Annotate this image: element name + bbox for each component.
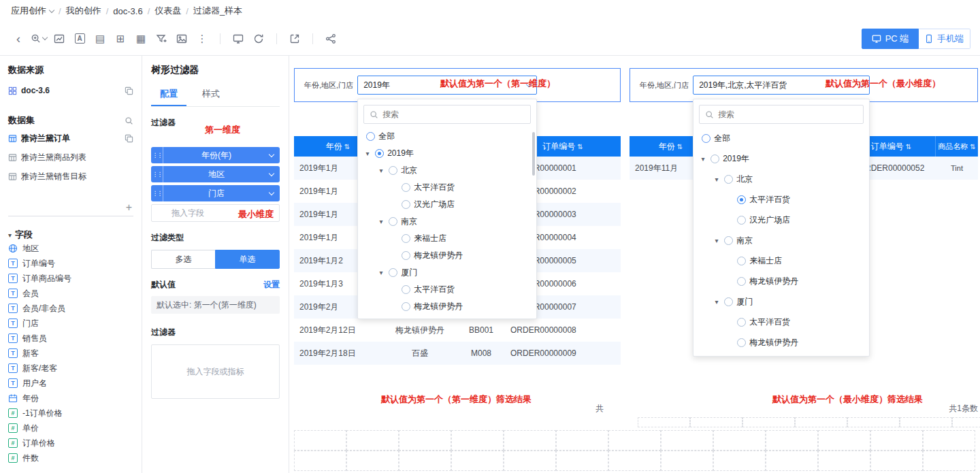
field-item-year[interactable]: 年份 <box>8 391 133 406</box>
field-item[interactable]: T会员 <box>8 286 133 301</box>
field-search-input[interactable] <box>8 203 125 212</box>
dimension-pill-year[interactable]: ⋮⋮ 年份(年) <box>151 147 280 163</box>
field-item[interactable]: T新客/老客 <box>8 361 133 376</box>
radio-icon[interactable] <box>402 234 410 243</box>
add-field-icon[interactable]: + <box>125 201 133 214</box>
breadcrumb-item-my-creations[interactable]: 我的创作 <box>66 5 101 17</box>
radio-icon[interactable] <box>737 338 746 347</box>
tree-search-input[interactable] <box>718 110 858 119</box>
tree-item-nanjing[interactable]: ▾南京 <box>358 213 536 230</box>
tree-item-store[interactable]: 梅龙镇伊势丹 <box>693 271 869 291</box>
dataset-item-targets[interactable]: 雅诗兰黛销售目标 <box>8 169 133 184</box>
caret-down-icon[interactable]: ▾ <box>377 269 385 276</box>
mobile-view-button[interactable]: 手机端 <box>919 29 970 49</box>
tree-item-store[interactable]: 太平洋百货 <box>358 179 536 196</box>
fields-section-header[interactable]: ▾ 字段 <box>8 229 133 241</box>
radio-selected-icon[interactable] <box>375 149 384 158</box>
tree-item-store[interactable]: 梅龙镇伊势丹 <box>358 247 536 264</box>
radio-icon[interactable] <box>737 257 746 265</box>
share-button[interactable] <box>322 30 340 48</box>
tree-item-store-selected[interactable]: 太平洋百货 <box>693 189 869 210</box>
tree-item-beijing[interactable]: ▾北京 <box>693 169 869 189</box>
tree-item-store[interactable]: 来福士店 <box>693 250 869 271</box>
caret-down-icon[interactable]: ▾ <box>363 150 372 157</box>
widget-grid-button[interactable]: ▦ <box>132 30 150 48</box>
column-header-product[interactable]: 商品名称⇅ <box>936 136 978 157</box>
field-drop-zone[interactable]: 拖入字段 最小维度 <box>151 204 280 222</box>
radio-icon[interactable] <box>702 134 710 143</box>
tree-item-beijing[interactable]: ▾北京 <box>358 162 536 179</box>
radio-icon[interactable] <box>402 285 410 294</box>
radio-icon[interactable] <box>402 200 410 209</box>
radio-icon[interactable] <box>389 268 397 277</box>
field-item[interactable]: T会员/非会员 <box>8 301 133 316</box>
field-item[interactable]: T订单编号 <box>8 256 133 271</box>
tab-config[interactable]: 配置 <box>151 83 186 106</box>
tree-item-store[interactable]: 梅龙镇伊势丹 <box>358 298 536 315</box>
tree-item-store[interactable]: 汉光广场店 <box>693 210 869 230</box>
tree-item-2019[interactable]: ▾2019年 <box>693 148 869 169</box>
media-component-button[interactable] <box>173 30 191 48</box>
radio-icon[interactable] <box>737 318 746 327</box>
radio-icon[interactable] <box>724 175 733 184</box>
copy-icon[interactable] <box>125 86 133 95</box>
caret-down-icon[interactable]: ▾ <box>699 155 707 163</box>
export-button[interactable] <box>286 30 304 48</box>
sort-icon[interactable]: ⇅ <box>577 143 583 150</box>
field-item[interactable]: T用户名 <box>8 376 133 391</box>
radio-selected-icon[interactable] <box>737 195 746 204</box>
preview-button[interactable] <box>229 30 247 48</box>
breadcrumb-item-dashboard[interactable]: 仪表盘 <box>154 5 181 17</box>
field-item[interactable]: #-1订单价格 <box>8 406 133 421</box>
set-default-link[interactable]: 设置 <box>263 279 280 291</box>
sort-icon[interactable]: ⇅ <box>677 143 683 150</box>
dataset-item-orders[interactable]: 雅诗兰黛订单 <box>8 131 133 146</box>
tree-item-all[interactable]: 全部 <box>693 128 869 148</box>
radio-icon[interactable] <box>724 297 733 306</box>
radio-icon[interactable] <box>710 154 719 163</box>
field-or-metric-drop-zone[interactable]: 拖入字段或指标 <box>151 344 280 399</box>
drag-handle-icon[interactable]: ⋮⋮ <box>151 185 163 201</box>
tree-item-store[interactable]: 来福士店 <box>358 230 536 247</box>
radio-icon[interactable] <box>366 132 375 141</box>
field-item[interactable]: #单价 <box>8 421 133 436</box>
tree-item-store[interactable]: 汉光广场店 <box>358 196 536 213</box>
tree-item-xiamen[interactable]: ▾厦门 <box>358 264 536 281</box>
radio-icon[interactable] <box>402 302 410 311</box>
pc-view-button[interactable]: PC 端 <box>862 29 919 49</box>
filter-component-button[interactable] <box>152 30 170 48</box>
field-item[interactable]: T新客 <box>8 346 133 361</box>
tab-style[interactable]: 样式 <box>193 83 229 106</box>
data-source-item[interactable]: doc-3.6 <box>8 82 133 99</box>
breadcrumb-item-doc[interactable]: doc-3.6 <box>113 6 142 16</box>
tree-item-xiamen[interactable]: ▾厦门 <box>693 291 869 312</box>
tree-item-2019[interactable]: ▾2019年 <box>358 145 536 162</box>
radio-icon[interactable] <box>737 216 746 225</box>
field-item[interactable]: #订单价格 <box>8 436 133 451</box>
radio-icon[interactable] <box>724 236 733 245</box>
sort-icon[interactable]: ⇅ <box>970 143 975 150</box>
multi-select-button[interactable]: 多选 <box>151 250 215 269</box>
radio-icon[interactable] <box>389 166 397 175</box>
field-item-region[interactable]: 地区 <box>8 241 133 256</box>
scrollbar-thumb[interactable] <box>532 132 535 176</box>
dashboard-canvas[interactable]: 年份⇅ 订单编号⇅ 2019年1月ORDER00000001 2019年1月OR… <box>289 56 980 473</box>
radio-icon[interactable] <box>737 277 746 286</box>
tree-item-store[interactable]: 梅龙镇伊势丹 <box>693 332 869 353</box>
field-item[interactable]: T订单商品编号 <box>8 271 133 286</box>
radio-icon[interactable] <box>389 217 397 226</box>
caret-down-icon[interactable]: ▾ <box>713 176 721 183</box>
sort-icon[interactable]: ⇅ <box>906 143 911 150</box>
sort-icon[interactable]: ⇅ <box>344 143 350 150</box>
caret-down-icon[interactable]: ▾ <box>713 237 721 244</box>
refresh-button[interactable] <box>250 30 267 48</box>
back-button[interactable]: ‹ <box>10 30 27 48</box>
drag-handle-icon[interactable]: ⋮⋮ <box>151 147 163 163</box>
caret-down-icon[interactable]: ▾ <box>713 298 721 306</box>
radio-icon[interactable] <box>402 251 410 260</box>
text-component-button[interactable]: A <box>71 30 88 48</box>
field-item[interactable]: T门店 <box>8 316 133 331</box>
search-icon[interactable] <box>125 116 133 125</box>
chevron-down-icon[interactable] <box>269 190 274 195</box>
tree-item-store[interactable]: 太平洋百货 <box>358 281 536 298</box>
